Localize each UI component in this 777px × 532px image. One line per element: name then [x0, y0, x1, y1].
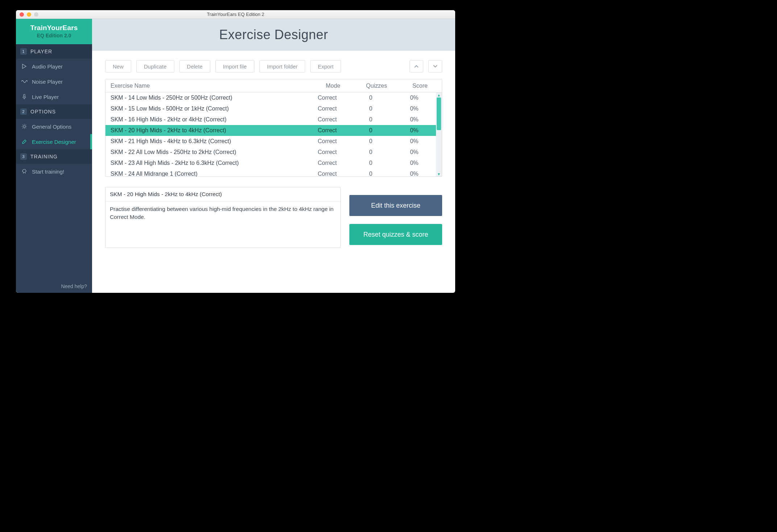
- cell-name: SKM - 20 High Mids - 2kHz to 4kHz (Corre…: [105, 127, 306, 134]
- svg-rect-0: [24, 94, 25, 97]
- table-header: Exercise Name Mode Quizzes Score: [105, 79, 442, 92]
- table-row[interactable]: SKM - 14 Low Mids - 250Hz or 500Hz (Corr…: [105, 92, 436, 103]
- cell-name: SKM - 23 All High Mids - 2kHz to 6.3kHz …: [105, 160, 306, 166]
- move-down-button[interactable]: [428, 60, 442, 72]
- table-row[interactable]: SKM - 20 High Mids - 2kHz to 4kHz (Corre…: [105, 125, 436, 136]
- col-name: Exercise Name: [105, 83, 311, 89]
- cell-quizzes: 0: [349, 127, 392, 134]
- cell-score: 0%: [392, 105, 436, 112]
- cell-name: SKM - 14 Low Mids - 250Hz or 500Hz (Corr…: [105, 95, 306, 101]
- cell-mode: Correct: [306, 127, 349, 134]
- help-link[interactable]: Need help?: [16, 280, 92, 293]
- exercise-table: Exercise Name Mode Quizzes Score SKM - 1…: [105, 79, 442, 177]
- brand: TrainYourEars EQ Edition 2.0: [16, 19, 92, 44]
- section-number: 3: [20, 153, 27, 160]
- nav-general-options[interactable]: General Options: [16, 119, 92, 134]
- table-row[interactable]: SKM - 16 High Mids - 2kHz or 4kHz (Corre…: [105, 114, 436, 125]
- table-row[interactable]: SKM - 21 High Mids - 4kHz to 6.3kHz (Cor…: [105, 136, 436, 147]
- table-row[interactable]: SKM - 24 All Midrange 1 (Correct)Correct…: [105, 169, 436, 176]
- cell-name: SKM - 15 Low Mids - 500Hz or 1kHz (Corre…: [105, 105, 306, 112]
- section-number: 1: [20, 48, 27, 55]
- cell-score: 0%: [392, 127, 436, 134]
- gear-icon: [21, 123, 28, 130]
- cell-mode: Correct: [306, 116, 349, 123]
- cell-score: 0%: [392, 138, 436, 145]
- nav-label: Live Player: [32, 94, 59, 100]
- svg-point-1: [23, 125, 25, 128]
- mic-icon: [21, 93, 28, 100]
- chevron-down-icon: [433, 65, 438, 68]
- move-up-button[interactable]: [410, 60, 423, 72]
- nav-label: Noise Player: [32, 79, 63, 85]
- section-label: OPTIONS: [30, 109, 56, 115]
- scroll-up-icon[interactable]: ▲: [436, 92, 442, 97]
- cell-score: 0%: [392, 149, 436, 155]
- wave-icon: [21, 78, 28, 85]
- cell-quizzes: 0: [349, 116, 392, 123]
- titlebar: TrainYourEars EQ Edition 2: [16, 10, 455, 19]
- rocket-icon: [21, 168, 28, 175]
- edit-icon: [21, 138, 28, 145]
- cell-mode: Correct: [306, 149, 349, 155]
- scroll-down-icon[interactable]: ▼: [436, 171, 442, 176]
- col-score: Score: [398, 83, 442, 89]
- section-number: 2: [20, 108, 27, 115]
- scroll-thumb[interactable]: [437, 97, 441, 130]
- cell-mode: Correct: [306, 160, 349, 166]
- nav-noise-player[interactable]: Noise Player: [16, 74, 92, 89]
- table-row[interactable]: SKM - 15 Low Mids - 500Hz or 1kHz (Corre…: [105, 103, 436, 114]
- cell-quizzes: 0: [349, 171, 392, 176]
- section-player: 1 PLAYER: [16, 44, 92, 59]
- scrollbar[interactable]: ▲ ▼: [436, 92, 442, 176]
- exercise-detail: SKM - 20 High Mids - 2kHz to 4kHz (Corre…: [105, 187, 341, 248]
- sidebar: TrainYourEars EQ Edition 2.0 1 PLAYER Au…: [16, 19, 92, 293]
- main: Exercise Designer New Duplicate Delete I…: [92, 19, 455, 293]
- import-folder-button[interactable]: Import folder: [259, 60, 305, 72]
- page-title: Exercise Designer: [92, 19, 455, 51]
- duplicate-button[interactable]: Duplicate: [136, 60, 174, 72]
- delete-button[interactable]: Delete: [179, 60, 210, 72]
- window-title: TrainYourEars EQ Edition 2: [16, 12, 455, 17]
- nav-live-player[interactable]: Live Player: [16, 89, 92, 104]
- section-label: TRAINING: [30, 154, 58, 159]
- play-icon: [21, 63, 28, 70]
- cell-score: 0%: [392, 116, 436, 123]
- cell-quizzes: 0: [349, 149, 392, 155]
- nav-exercise-designer[interactable]: Exercise Designer: [16, 134, 92, 149]
- cell-score: 0%: [392, 171, 436, 176]
- cell-quizzes: 0: [349, 138, 392, 145]
- export-button[interactable]: Export: [310, 60, 341, 72]
- import-file-button[interactable]: Import file: [215, 60, 254, 72]
- edit-exercise-button[interactable]: Edit this exercise: [349, 195, 442, 216]
- nav-label: General Options: [32, 124, 71, 130]
- cell-mode: Correct: [306, 171, 349, 176]
- col-quizzes: Quizzes: [355, 83, 398, 89]
- new-button[interactable]: New: [105, 60, 131, 72]
- section-options: 2 OPTIONS: [16, 104, 92, 119]
- table-row[interactable]: SKM - 22 All Low Mids - 250Hz to 2kHz (C…: [105, 147, 436, 158]
- app-window: TrainYourEars EQ Edition 2 TrainYourEars…: [16, 10, 455, 293]
- cell-quizzes: 0: [349, 95, 392, 101]
- cell-mode: Correct: [306, 138, 349, 145]
- cell-mode: Correct: [306, 105, 349, 112]
- nav-label: Audio Player: [32, 63, 63, 70]
- nav-start-training[interactable]: Start training!: [16, 164, 92, 179]
- cell-score: 0%: [392, 95, 436, 101]
- nav-label: Exercise Designer: [32, 139, 76, 145]
- section-training: 3 TRAINING: [16, 149, 92, 164]
- col-mode: Mode: [311, 83, 355, 89]
- cell-name: SKM - 21 High Mids - 4kHz to 6.3kHz (Cor…: [105, 138, 306, 145]
- section-label: PLAYER: [30, 49, 52, 54]
- table-row[interactable]: SKM - 23 All High Mids - 2kHz to 6.3kHz …: [105, 158, 436, 169]
- nav-label: Start training!: [32, 169, 64, 175]
- brand-line1: TrainYourEars: [16, 24, 92, 32]
- reset-quizzes-button[interactable]: Reset quizzes & score: [349, 224, 442, 245]
- cell-quizzes: 0: [349, 160, 392, 166]
- toolbar: New Duplicate Delete Import file Import …: [105, 60, 442, 72]
- nav-audio-player[interactable]: Audio Player: [16, 59, 92, 74]
- brand-line2: EQ Edition 2.0: [16, 33, 92, 38]
- cell-quizzes: 0: [349, 105, 392, 112]
- cell-name: SKM - 24 All Midrange 1 (Correct): [105, 171, 306, 176]
- cell-mode: Correct: [306, 95, 349, 101]
- cell-name: SKM - 22 All Low Mids - 250Hz to 2kHz (C…: [105, 149, 306, 155]
